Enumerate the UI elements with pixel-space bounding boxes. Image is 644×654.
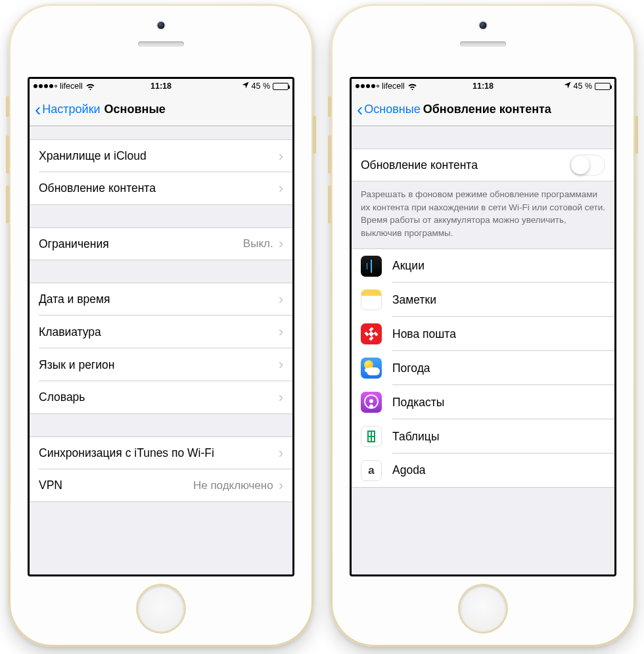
app-row-notes[interactable]: Заметки <box>352 283 614 317</box>
status-bar: lifecell 11:18 45 % <box>352 79 614 93</box>
switch-background-refresh[interactable] <box>570 154 605 175</box>
clock: 11:18 <box>352 82 614 91</box>
svg-rect-1 <box>369 337 373 341</box>
iphone-left: lifecell 11:18 45 % <box>9 4 313 647</box>
chevron-right-icon: › <box>279 325 283 339</box>
app-row-novaposhta[interactable]: Нова пошта <box>352 317 614 351</box>
chevron-right-icon: › <box>279 446 283 461</box>
navbar: ‹ Настройки Основные <box>30 93 292 126</box>
battery-icon <box>595 83 610 90</box>
back-button[interactable]: ‹ Основные <box>357 101 421 119</box>
podcasts-icon <box>361 392 382 413</box>
app-row-stocks[interactable]: Акции <box>352 248 614 283</box>
notes-icon <box>361 289 382 310</box>
chevron-right-icon: › <box>279 237 283 251</box>
row-itunes-wifi-sync[interactable]: Синхронизация с iTunes по Wi-Fi › <box>30 436 292 469</box>
sheets-icon <box>361 426 382 447</box>
row-restrictions[interactable]: Ограничения Выкл. › <box>30 227 292 260</box>
svg-rect-4 <box>369 331 374 337</box>
chevron-left-icon: ‹ <box>357 101 363 119</box>
location-icon <box>564 82 571 91</box>
footer-text: Разрешать в фоновом режиме обновление пр… <box>352 181 614 248</box>
svg-rect-2 <box>364 332 369 337</box>
chevron-left-icon: ‹ <box>35 101 41 119</box>
home-button[interactable] <box>460 586 506 632</box>
row-vpn[interactable]: VPN Не подключено › <box>30 469 292 502</box>
row-master-toggle[interactable]: Обновление контента <box>352 149 614 181</box>
row-language-region[interactable]: Язык и регион › <box>30 348 292 381</box>
row-date-time[interactable]: Дата и время › <box>30 283 292 315</box>
row-keyboard[interactable]: Клавиатура › <box>30 315 292 348</box>
chevron-right-icon: › <box>279 358 283 372</box>
stocks-icon <box>361 256 382 277</box>
row-background-refresh[interactable]: Обновление контента › <box>30 172 292 205</box>
app-row-weather[interactable]: Погода <box>352 351 614 385</box>
weather-icon <box>361 358 382 379</box>
back-button[interactable]: ‹ Настройки <box>35 101 101 119</box>
chevron-right-icon: › <box>279 390 283 405</box>
agoda-icon: a <box>361 460 382 481</box>
refresh-settings[interactable]: Обновление контента Разрешать в фоновом … <box>352 126 614 574</box>
settings-list[interactable]: Хранилище и iCloud › Обновление контента… <box>30 126 292 574</box>
chevron-right-icon: › <box>279 292 283 307</box>
navbar: ‹ Основные Обновление контента <box>352 93 614 126</box>
home-button[interactable] <box>138 586 184 632</box>
status-bar: lifecell 11:18 45 % <box>30 79 292 93</box>
app-row-agoda[interactable]: a Agoda <box>352 454 614 488</box>
svg-rect-3 <box>373 332 378 337</box>
chevron-right-icon: › <box>279 181 283 196</box>
page-title: Основные <box>104 103 166 116</box>
page-title: Обновление контента <box>423 103 551 116</box>
clock: 11:18 <box>30 82 292 91</box>
location-icon <box>242 82 249 91</box>
iphone-right: lifecell 11:18 45 % <box>331 4 635 647</box>
svg-rect-0 <box>369 327 373 332</box>
chevron-right-icon: › <box>279 479 283 493</box>
battery-icon <box>273 83 288 90</box>
app-row-sheets[interactable]: Таблицы <box>352 419 614 454</box>
app-row-podcasts[interactable]: Подкасты <box>352 385 614 419</box>
novaposhta-icon <box>361 323 382 344</box>
chevron-right-icon: › <box>279 149 283 164</box>
row-dictionary[interactable]: Словарь › <box>30 381 292 414</box>
row-storage-icloud[interactable]: Хранилище и iCloud › <box>30 139 292 172</box>
